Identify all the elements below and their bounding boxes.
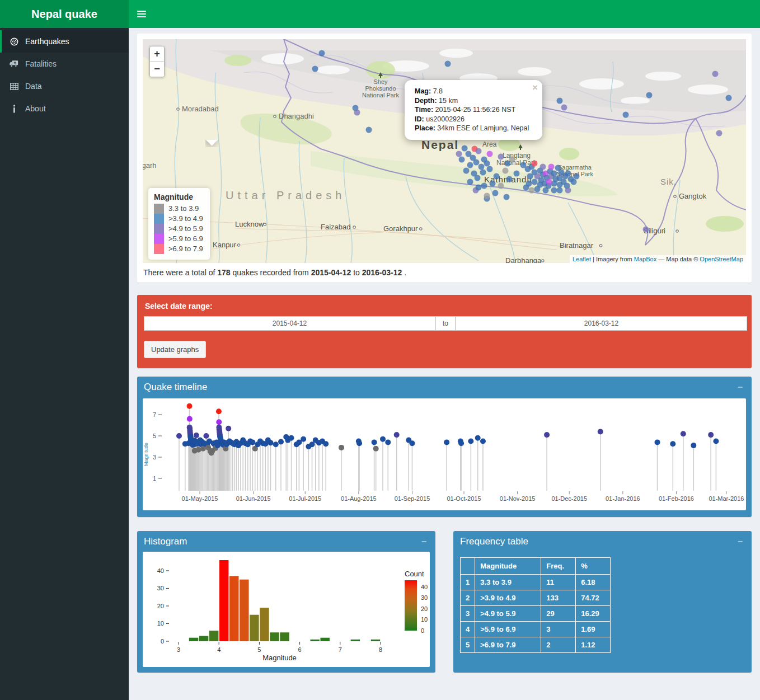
- timeline-collapse-icon[interactable]: −: [735, 382, 745, 392]
- legend-swatch: [154, 244, 164, 254]
- app-logo[interactable]: Nepal quake: [0, 0, 129, 28]
- magnitude-histogram-chart[interactable]: 010203040345678MagnitudeCount403020100: [143, 552, 430, 665]
- quake-dot[interactable]: [561, 105, 567, 111]
- update-graphs-button[interactable]: Update graphs: [144, 341, 206, 358]
- quake-dot[interactable]: [503, 168, 509, 174]
- quake-dot[interactable]: [478, 164, 485, 170]
- quake-dot[interactable]: [532, 161, 538, 167]
- attribution-link[interactable]: Leaflet: [573, 256, 591, 262]
- quake-dot[interactable]: [487, 151, 493, 157]
- quake-dot[interactable]: [476, 185, 482, 191]
- quake-dot[interactable]: [565, 187, 571, 194]
- map-label: Lucknow: [235, 220, 264, 228]
- frequency-collapse-icon[interactable]: −: [735, 537, 745, 547]
- quake-dot[interactable]: [506, 176, 513, 182]
- legend-item: >3.9 to 4.9: [154, 214, 203, 224]
- quake-dot[interactable]: [480, 170, 486, 176]
- map-label: Uttar Pradesh: [226, 189, 345, 201]
- map-label: Nepal: [421, 138, 459, 151]
- quake-dot[interactable]: [487, 166, 493, 172]
- quake-dot[interactable]: [712, 71, 719, 77]
- quake-dot[interactable]: [498, 183, 504, 189]
- quake-dot[interactable]: [475, 175, 481, 181]
- quake-dot[interactable]: [548, 164, 555, 170]
- quake-dot[interactable]: [494, 173, 500, 180]
- attribution-link[interactable]: MapBox: [634, 256, 656, 262]
- quake-dot[interactable]: [555, 165, 561, 171]
- quake-dot[interactable]: [509, 157, 515, 163]
- quake-dot[interactable]: [490, 181, 496, 187]
- leaflet-map[interactable]: MoradabadDhangadhiAligarhSheyPhoksundoNa…: [143, 39, 746, 263]
- quake-dot[interactable]: [473, 159, 480, 166]
- map-label: National Park: [362, 92, 400, 98]
- quake-dot[interactable]: [726, 95, 732, 101]
- quake-dot[interactable]: [484, 193, 490, 199]
- end-date-input[interactable]: [456, 316, 747, 331]
- quake-dot[interactable]: [354, 110, 360, 116]
- quake-dot[interactable]: [312, 66, 318, 72]
- quake-dot[interactable]: [623, 112, 629, 118]
- freq-table-row: 4>5.9 to 6.931.69: [461, 622, 611, 637]
- quake-dot[interactable]: [467, 179, 473, 185]
- quake-dot[interactable]: [571, 179, 577, 185]
- quake-dot[interactable]: [540, 164, 546, 170]
- quake-dot[interactable]: [492, 190, 499, 196]
- quake-dot[interactable]: [534, 186, 541, 192]
- map-label: Faizabad: [321, 223, 350, 231]
- quake-dot[interactable]: [463, 168, 470, 174]
- quake-dot[interactable]: [543, 187, 549, 194]
- quake-dot[interactable]: [551, 171, 557, 177]
- sidebar-toggle-icon[interactable]: [129, 0, 154, 28]
- quake-dot[interactable]: [574, 173, 580, 180]
- histogram-collapse-icon[interactable]: −: [419, 537, 429, 547]
- zoom-in-button[interactable]: +: [150, 46, 164, 62]
- quake-dot[interactable]: [523, 185, 529, 191]
- quake-dot[interactable]: [716, 130, 723, 137]
- magnitude-legend: Magnitude 3.3 to 3.9>3.9 to 4.9>4.9 to 5…: [148, 188, 210, 260]
- legend-label: >3.9 to 4.9: [164, 214, 203, 224]
- quake-dot[interactable]: [565, 171, 571, 177]
- freq-table-header: [461, 558, 475, 575]
- sidebar-item-about[interactable]: About: [0, 97, 129, 120]
- svg-text:10: 10: [421, 616, 428, 623]
- quake-timeline-chart[interactable]: 1357Magnitude01-May-201501-Jun-201501-Ju…: [143, 398, 746, 508]
- sidebar-item-fatalities[interactable]: Fatalities: [0, 53, 129, 75]
- zoom-out-button[interactable]: −: [150, 62, 164, 77]
- quake-dot[interactable]: [456, 151, 462, 157]
- quake-dot[interactable]: [527, 173, 533, 180]
- quake-dot[interactable]: [459, 157, 465, 163]
- popup-close-icon[interactable]: ×: [532, 82, 538, 93]
- svg-text:10: 10: [157, 620, 164, 627]
- legend-item: >5.9 to 6.9: [154, 234, 203, 244]
- quake-dot[interactable]: [319, 50, 325, 57]
- quake-dot[interactable]: [484, 161, 490, 167]
- attribution-text: | Imagery from: [591, 256, 634, 262]
- quake-dot[interactable]: [366, 127, 372, 133]
- attribution-link[interactable]: OpenStreetMap: [700, 256, 743, 262]
- quake-dot[interactable]: [462, 145, 468, 152]
- sidebar-item-earthquakes[interactable]: Earthquakes: [0, 30, 129, 53]
- quake-dot[interactable]: [504, 194, 510, 200]
- quake-dot[interactable]: [546, 179, 552, 185]
- quake-dot[interactable]: [445, 61, 451, 67]
- quake-dot[interactable]: [476, 148, 482, 154]
- quake-dot[interactable]: [481, 183, 487, 189]
- quake-dot[interactable]: [557, 98, 563, 104]
- quake-dot[interactable]: [557, 187, 563, 194]
- quake-dot[interactable]: [646, 92, 653, 98]
- info-icon: [8, 105, 20, 113]
- quake-dot[interactable]: [529, 187, 535, 194]
- quake-dot[interactable]: [551, 187, 557, 194]
- quake-dot[interactable]: [532, 179, 538, 185]
- quake-dot[interactable]: [514, 171, 520, 177]
- freq-table-header: Magnitude: [475, 558, 541, 575]
- quake-dot[interactable]: [557, 182, 563, 188]
- quake-dot[interactable]: [498, 154, 504, 160]
- quake-dot[interactable]: [467, 162, 473, 168]
- start-date-input[interactable]: [144, 316, 435, 331]
- histogram-xlabel: Magnitude: [262, 654, 297, 662]
- quake-dot[interactable]: [643, 227, 649, 233]
- map-canvas[interactable]: MoradabadDhangadhiAligarhSheyPhoksundoNa…: [143, 39, 746, 263]
- sidebar-item-data[interactable]: Data: [0, 75, 129, 97]
- svg-text:0: 0: [161, 638, 164, 645]
